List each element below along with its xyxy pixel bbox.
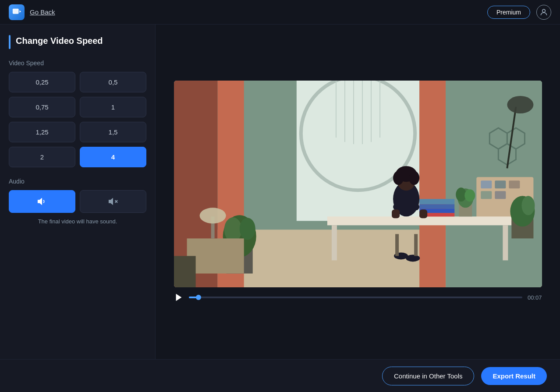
svg-rect-14	[301, 81, 415, 133]
svg-point-45	[464, 189, 475, 201]
svg-rect-31	[495, 180, 506, 188]
svg-point-52	[239, 218, 255, 240]
logo-icon	[12, 7, 21, 17]
svg-marker-69	[176, 294, 181, 301]
svg-point-2	[542, 9, 546, 12]
content-area: 00:07	[156, 25, 560, 359]
play-button[interactable]	[174, 293, 184, 302]
progress-bar[interactable]	[189, 297, 522, 298]
svg-rect-32	[509, 180, 520, 188]
user-icon	[539, 8, 548, 17]
svg-point-60	[409, 171, 419, 185]
go-back-button[interactable]: Go Back	[30, 8, 55, 16]
continue-in-other-tools-button[interactable]: Continue in Other Tools	[382, 367, 474, 385]
svg-rect-37	[503, 225, 508, 260]
audio-sound-off-button[interactable]	[80, 190, 146, 213]
svg-rect-0	[13, 8, 19, 14]
svg-point-59	[393, 171, 404, 185]
speed-btn-075[interactable]: 0,75	[9, 97, 75, 117]
audio-grid	[9, 190, 146, 213]
speed-btn-2[interactable]: 2	[9, 147, 75, 167]
svg-point-55	[199, 208, 226, 223]
sidebar-title: Change Video Speed	[16, 35, 103, 46]
svg-rect-30	[481, 180, 492, 188]
video-speed-label: Video Speed	[9, 60, 146, 67]
audio-label: Audio	[9, 178, 146, 185]
svg-marker-4	[109, 199, 113, 205]
main-container: Change Video Speed Video Speed 0,25 0,5 …	[0, 25, 560, 359]
svg-rect-39	[419, 204, 454, 208]
video-wrapper: 00:07	[174, 81, 542, 304]
progress-handle	[196, 295, 201, 300]
svg-rect-66	[395, 234, 399, 256]
sidebar: Change Video Speed Video Speed 0,25 0,5 …	[0, 25, 156, 359]
audio-sound-on-button[interactable]	[9, 190, 75, 213]
video-scene-svg	[174, 81, 542, 288]
sound-on-icon	[37, 197, 47, 206]
header-left: Go Back	[9, 4, 55, 20]
sidebar-title-wrapper: Change Video Speed	[9, 35, 146, 49]
svg-point-48	[521, 196, 535, 215]
speed-grid: 0,25 0,5 0,75 1 1,25 1,5 2 4	[9, 72, 146, 167]
svg-point-65	[406, 254, 420, 261]
bottom-bar: Continue in Other Tools Export Result	[0, 359, 560, 392]
app-logo	[9, 4, 25, 20]
svg-rect-63	[419, 209, 427, 218]
audio-hint: The final video will have sound.	[9, 218, 146, 225]
app-header: Go Back Premium	[0, 0, 560, 25]
speed-btn-025[interactable]: 0,25	[9, 72, 75, 92]
svg-rect-33	[481, 191, 492, 199]
svg-rect-38	[419, 199, 454, 204]
speed-btn-05[interactable]: 0,5	[80, 72, 146, 92]
sound-off-icon	[108, 197, 118, 206]
svg-marker-1	[19, 10, 21, 13]
speed-btn-1[interactable]: 1	[80, 97, 146, 117]
audio-section: Audio The final video will have sou	[9, 178, 146, 225]
svg-rect-22	[419, 81, 446, 288]
svg-rect-35	[327, 216, 511, 225]
avatar[interactable]	[536, 5, 551, 20]
video-controls: 00:07	[174, 292, 542, 303]
svg-point-28	[507, 96, 533, 113]
speed-btn-125[interactable]: 1,25	[9, 122, 75, 142]
svg-rect-62	[392, 209, 400, 218]
svg-point-51	[224, 217, 241, 242]
play-icon	[174, 293, 184, 302]
svg-rect-67	[414, 234, 418, 256]
video-player[interactable]	[174, 81, 542, 288]
svg-rect-61	[393, 203, 419, 210]
premium-button[interactable]: Premium	[487, 6, 530, 19]
svg-rect-68	[174, 256, 196, 287]
svg-rect-36	[331, 225, 337, 260]
video-time: 00:07	[528, 294, 542, 301]
accent-bar	[9, 35, 11, 49]
export-result-button[interactable]: Export Result	[481, 367, 547, 385]
svg-rect-34	[495, 191, 506, 199]
svg-marker-3	[38, 199, 42, 205]
speed-btn-4[interactable]: 4	[80, 147, 146, 167]
speed-btn-15[interactable]: 1,5	[80, 122, 146, 142]
header-right: Premium	[487, 5, 551, 20]
